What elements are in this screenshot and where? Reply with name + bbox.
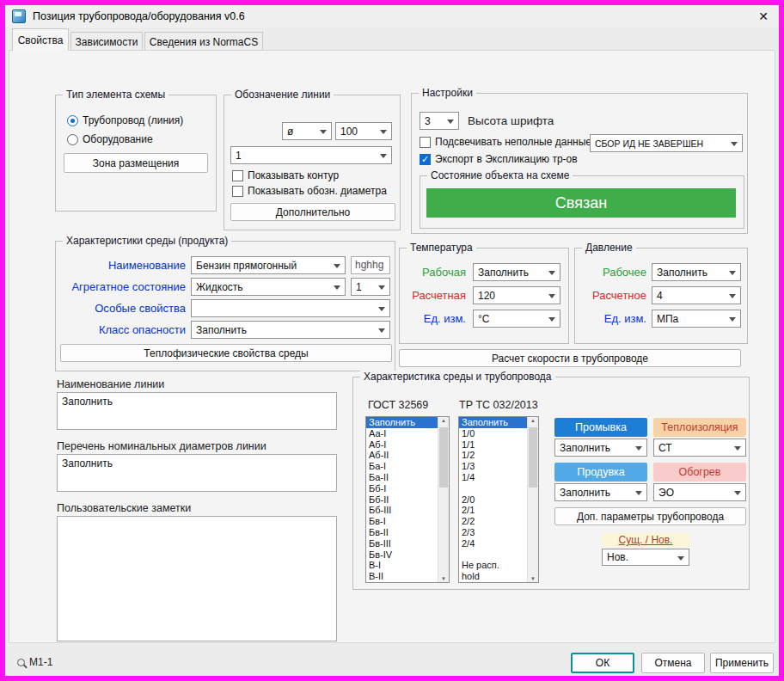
list-item[interactable]: В-II — [366, 571, 438, 582]
special-properties-select[interactable] — [191, 299, 390, 317]
ok-button[interactable]: ОК — [571, 653, 634, 673]
radio-icon[interactable] — [67, 115, 78, 126]
list-item[interactable]: 1/2 — [459, 450, 527, 461]
close-icon[interactable]: ✕ — [748, 5, 779, 28]
heating-select[interactable]: ЭО — [653, 483, 746, 501]
medium-extra-input[interactable]: hghhg — [351, 256, 390, 274]
pressure-working-select[interactable]: Заполнить — [652, 263, 741, 281]
diameters-list-input[interactable]: Заполнить — [57, 454, 337, 492]
list-item[interactable]: 1/3 — [459, 461, 527, 472]
aggregate-extra-select[interactable]: 1 — [351, 278, 390, 296]
list-item[interactable]: 2/0 — [459, 494, 527, 506]
tab-properties[interactable]: Свойства — [12, 28, 69, 51]
list-item[interactable]: hold — [459, 571, 527, 582]
chevron-down-icon — [548, 317, 555, 325]
list-item[interactable]: 1/0 — [459, 428, 527, 439]
chevron-down-icon — [320, 130, 327, 138]
list-item[interactable]: 2/3 — [459, 527, 527, 538]
scrollbar[interactable] — [438, 417, 449, 582]
pipeline-params-button[interactable]: Доп. параметры трубопровода — [554, 507, 746, 525]
checkbox-icon[interactable] — [420, 154, 431, 165]
layer-status[interactable]: М1-1 — [17, 656, 52, 668]
list-item[interactable]: Бб-III — [366, 505, 438, 516]
checkbox-icon[interactable] — [232, 170, 243, 181]
list-item[interactable]: Бв-III — [366, 538, 438, 549]
tab-strip: Свойства Зависимости Сведения из NormaCS — [5, 28, 779, 51]
gost-listbox[interactable]: ЗаполнитьАа-IАб-IАб-IIБа-IБа-IIБб-IБб-II… — [365, 416, 450, 583]
scrollbar-thumb[interactable] — [529, 427, 537, 488]
apply-button[interactable]: Применить — [710, 653, 774, 673]
medium-name-select[interactable]: Бензин прямогонный — [191, 256, 346, 274]
export-explication-checkbox[interactable]: Экспорт в Экспликацию тр-ов — [420, 153, 578, 165]
list-item[interactable]: Не расп. — [459, 560, 527, 571]
line-number-select[interactable]: 1 — [230, 146, 392, 164]
line-name-input[interactable]: Заполнить — [57, 392, 337, 430]
id-status-select[interactable]: СБОР ИД НЕ ЗАВЕРШЕН — [590, 134, 743, 152]
additional-button[interactable]: Дополнительно — [230, 203, 395, 221]
list-item[interactable]: Бв-I — [366, 516, 438, 527]
list-item[interactable] — [459, 549, 527, 561]
user-notes-input[interactable] — [57, 516, 337, 641]
group-title: Давление — [582, 242, 636, 254]
chevron-down-icon — [548, 271, 555, 279]
trts-listbox[interactable]: Заполнить1/01/11/21/31/4 2/02/12/22/32/4… — [458, 416, 539, 583]
temp-working-select[interactable]: Заполнить — [473, 263, 560, 281]
list-item[interactable]: Заполнить — [366, 417, 438, 428]
radio-pipeline[interactable]: Трубопровод (линия) — [67, 114, 183, 126]
checkbox-icon[interactable] — [232, 186, 243, 197]
tab-dependencies[interactable]: Зависимости — [70, 32, 143, 51]
list-item[interactable]: Ба-II — [366, 472, 438, 483]
hazard-class-select[interactable]: Заполнить — [191, 321, 390, 339]
aggregate-state-select[interactable]: Жидкость — [191, 278, 346, 296]
list-item[interactable]: Бб-II — [366, 494, 438, 506]
existing-new-label[interactable]: Сущ. / Нов. — [602, 533, 689, 547]
purge-select[interactable]: Заполнить — [554, 483, 647, 501]
show-diameter-checkbox[interactable]: Показывать обозн. диаметра — [232, 185, 387, 197]
cancel-button[interactable]: Отмена — [641, 653, 705, 673]
diameters-list-label: Перечень номинальных диаметров линии — [57, 440, 266, 452]
radio-icon[interactable] — [67, 134, 78, 145]
chevron-down-icon — [378, 328, 385, 336]
insulation-select[interactable]: СТ — [653, 439, 746, 457]
scrollbar-thumb[interactable] — [439, 427, 448, 488]
thermophysical-button[interactable]: Теплофизические свойства среды — [60, 344, 392, 362]
list-item[interactable]: Бв-II — [366, 527, 438, 538]
list-item[interactable]: Аа-I — [366, 428, 438, 439]
temp-working-value: Заполнить — [478, 267, 529, 279]
list-item[interactable]: Аб-II — [366, 450, 438, 461]
radio-pipeline-label: Трубопровод (линия) — [83, 114, 183, 126]
checkbox-icon[interactable] — [420, 137, 431, 148]
radio-equipment[interactable]: Оборудование — [67, 133, 153, 145]
hazard-class-label: Класс опасности — [58, 323, 186, 336]
flush-select[interactable]: Заполнить — [554, 439, 647, 457]
diameter-symbol-select[interactable]: ø — [282, 122, 332, 140]
show-contour-checkbox[interactable]: Показывать контур — [232, 169, 339, 181]
list-item[interactable]: 2/2 — [459, 516, 527, 527]
scrollbar[interactable] — [527, 417, 538, 582]
velocity-calc-button[interactable]: Расчет скорости в трубопроводе — [399, 349, 741, 367]
list-item[interactable]: 1/1 — [459, 439, 527, 451]
list-item[interactable]: Аб-I — [366, 439, 438, 451]
list-item[interactable] — [459, 483, 527, 494]
list-item[interactable]: Бв-IV — [366, 549, 438, 561]
pressure-design-select[interactable]: 4 — [652, 286, 741, 304]
highlight-incomplete-checkbox[interactable]: Подсвечивать неполные данные — [420, 136, 591, 148]
pressure-design-label: Расчетное — [578, 289, 646, 302]
diameter-value-select[interactable]: 100 — [335, 122, 392, 140]
list-item[interactable]: Бб-I — [366, 483, 438, 494]
temp-design-select[interactable]: 120 — [473, 286, 560, 304]
temp-unit-select[interactable]: °C — [473, 310, 560, 328]
list-item[interactable]: 1/4 — [459, 472, 527, 483]
tab-normacs[interactable]: Сведения из NormaCS — [144, 32, 263, 51]
existing-new-select[interactable]: Нов. — [602, 549, 689, 566]
aggregate-extra-value: 1 — [356, 281, 362, 293]
show-diameter-label: Показывать обозн. диаметра — [248, 185, 387, 197]
placement-zone-button[interactable]: Зона размещения — [64, 153, 208, 173]
list-item[interactable]: 2/4 — [459, 538, 527, 549]
list-item[interactable]: В-I — [366, 560, 438, 571]
list-item[interactable]: 2/1 — [459, 505, 527, 516]
list-item[interactable]: Ба-I — [366, 461, 438, 472]
list-item[interactable]: Заполнить — [459, 417, 527, 428]
font-height-select[interactable]: 3 — [420, 112, 459, 130]
pressure-unit-select[interactable]: МПа — [652, 310, 741, 328]
